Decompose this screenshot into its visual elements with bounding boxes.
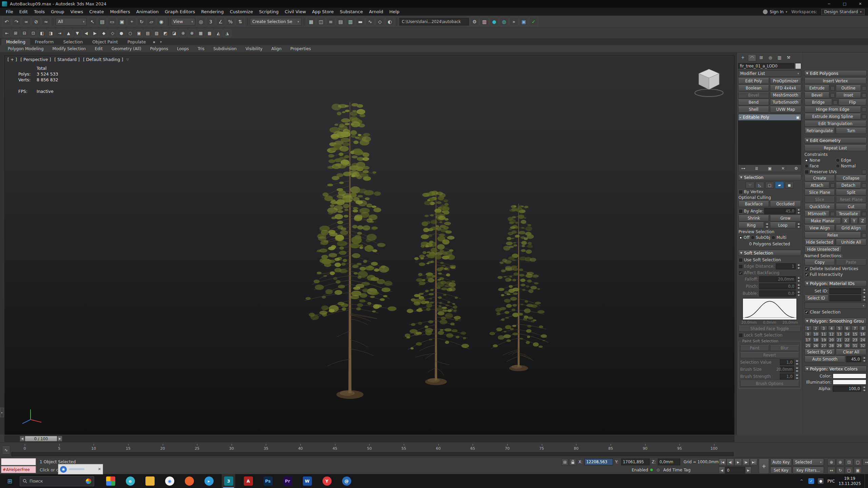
bend-button[interactable]: Bend <box>738 99 769 105</box>
previous-frame-arrow[interactable]: ◀ <box>20 436 25 442</box>
unhide-all-button[interactable]: Unhide All <box>836 239 866 245</box>
smoothing-group-button[interactable]: 4 <box>828 326 835 331</box>
taskbar-search[interactable]: Поиск <box>20 476 94 486</box>
toolbar-icon[interactable]: ◀ <box>82 29 90 37</box>
timeline-tick[interactable]: 25 <box>190 444 204 451</box>
toolbar-icon[interactable]: ⊡ <box>29 29 37 37</box>
zoom-extents-icon[interactable]: ⊡ <box>845 459 853 466</box>
planar-z-button[interactable]: Z <box>859 218 866 224</box>
spinner[interactable]: ▲▼ <box>795 359 799 365</box>
align-icon[interactable]: ≡ <box>326 17 335 26</box>
menu-item[interactable]: Arnold <box>366 8 386 16</box>
display-in-viewport-icon[interactable]: ▣ <box>796 116 799 119</box>
timeline-tick[interactable]: 0 <box>18 444 32 451</box>
taskbar-word[interactable]: W <box>300 474 314 488</box>
smoothing-group-button[interactable]: 30 <box>844 343 851 348</box>
grow-button[interactable]: Grow <box>770 215 801 221</box>
tray-app-icon[interactable]: ● <box>818 478 824 484</box>
toolbar-icon[interactable]: ▶ <box>91 29 99 37</box>
tessellate-button[interactable]: Tessellate <box>836 211 861 217</box>
timeline-tick[interactable]: 10 <box>87 444 100 451</box>
track-bar-lane[interactable] <box>11 452 734 456</box>
timeline-tick[interactable]: 70 <box>500 444 514 451</box>
display-tab-icon[interactable]: ▥ <box>775 54 784 61</box>
menu-item[interactable]: File <box>3 8 16 16</box>
add-time-tag[interactable]: Add Time Tag <box>663 467 691 473</box>
smoothing-group-button[interactable]: 13 <box>836 331 843 337</box>
smoothing-group-button[interactable]: 14 <box>844 331 851 337</box>
retriangulate-button[interactable]: Retriangulate <box>805 128 835 134</box>
preview-subobj-radio[interactable] <box>751 236 755 240</box>
selection-filter-dropdown[interactable]: All▾ <box>56 18 87 25</box>
bubble-field[interactable]: 0,0 <box>759 290 796 297</box>
timeline-tick[interactable]: 75 <box>535 444 549 451</box>
smoothing-group-button[interactable]: 7 <box>851 326 859 331</box>
reference-coordinate-dropdown[interactable]: View▾ <box>171 18 195 25</box>
insert-vertex-button[interactable]: Insert Vertex <box>805 78 867 84</box>
tray-security-icon[interactable]: ✓ <box>808 478 814 484</box>
smoothing-group-button[interactable]: 18 <box>812 337 820 342</box>
taskbar-premiere[interactable]: Pr <box>281 474 294 488</box>
language-indicator[interactable]: РУС <box>827 479 835 484</box>
msmooth-settings-box[interactable] <box>830 212 835 216</box>
zoom-region-icon[interactable]: ▢ <box>854 459 862 466</box>
uvw-map-button[interactable]: UVW Map <box>770 106 801 113</box>
repeat-last-button[interactable]: Repeat Last <box>805 145 867 151</box>
smoothing-group-button[interactable]: 15 <box>851 331 859 337</box>
auto-smooth-field[interactable]: 45,0 <box>846 356 861 362</box>
set-keys-button[interactable]: + <box>759 459 769 474</box>
modifier-list-dropdown[interactable]: Modifier List▾ <box>738 70 801 77</box>
hinge-settings-box[interactable] <box>862 107 866 112</box>
zoom-all-icon[interactable]: ⊛ <box>836 459 844 466</box>
set-id-field[interactable] <box>829 288 862 294</box>
taskbar-acrobat[interactable]: A <box>241 474 255 488</box>
taskbar-photoshop[interactable]: Ps <box>261 474 275 488</box>
smoothing-group-button[interactable]: 11 <box>820 331 827 337</box>
use-soft-selection-checkbox[interactable] <box>738 258 743 262</box>
ribbon-panel-item[interactable]: Polygons <box>146 46 173 51</box>
notification-popup[interactable]: ◉ ✕ <box>58 464 103 474</box>
timeline-tick[interactable]: 100 <box>707 444 721 451</box>
clear-selection-checkbox[interactable] <box>805 310 809 314</box>
taskbar-edge[interactable]: e <box>123 474 137 488</box>
tessellate-settings-box[interactable] <box>862 212 866 216</box>
constraint-edge-radio[interactable] <box>836 158 840 162</box>
key-filters-button[interactable]: Key Filters... <box>793 467 824 474</box>
smoothing-group-button[interactable]: 8 <box>859 326 866 331</box>
select-and-scale-icon[interactable]: ▱ <box>147 17 156 26</box>
toolbar-icon[interactable]: ⊕ <box>179 29 187 37</box>
mirror-icon[interactable]: ◫ <box>316 17 326 26</box>
outline-button[interactable]: Outline <box>836 85 861 91</box>
zoom-region-view-icon[interactable]: ▢ <box>845 467 853 474</box>
toolbar-icon[interactable]: ▦ <box>197 29 205 37</box>
backface-button[interactable]: Backface <box>738 201 769 207</box>
redo-icon[interactable]: ↷ <box>12 17 21 26</box>
preserve-uvs-checkbox[interactable] <box>805 170 809 174</box>
toolbar-icon[interactable]: ▣ <box>135 29 143 37</box>
undo-icon[interactable]: ↶ <box>2 17 11 26</box>
smoothing-group-button[interactable]: 32 <box>859 343 866 348</box>
bevel-settings-box[interactable] <box>830 93 835 98</box>
element-subobject-icon[interactable]: ◼ <box>785 182 794 188</box>
scene-converter-icon[interactable]: ▣ <box>519 17 528 26</box>
z-coordinate-field[interactable]: 0,0mm <box>658 459 680 465</box>
make-planar-button[interactable]: Make Planar <box>805 218 841 224</box>
split-button[interactable]: Split <box>836 189 866 196</box>
smoothing-group-button[interactable]: 24 <box>859 337 866 342</box>
taskbar-chrome[interactable]: ◉ <box>163 474 176 488</box>
rollout-selection-header[interactable]: ▼Selection <box>738 174 801 180</box>
selection-value-field[interactable]: 1,0 <box>780 359 794 365</box>
alpha-field[interactable]: 100,0 <box>833 386 862 392</box>
timeline-tick[interactable]: 20 <box>156 444 170 451</box>
flip-button[interactable]: Flip <box>839 99 866 105</box>
percent-snap-icon[interactable]: % <box>226 17 235 26</box>
render-iterative-icon[interactable]: ◍ <box>499 17 509 26</box>
viewport-menu-pov[interactable]: [ Perspective ] <box>20 57 51 62</box>
falloff-field[interactable]: 20,0mm <box>759 276 796 282</box>
spinner[interactable]: ▲▼ <box>765 222 769 228</box>
render-setup-icon[interactable]: ⚙ <box>470 17 479 26</box>
smoothing-group-button[interactable]: 16 <box>859 331 866 337</box>
object-name-field[interactable]: fir_tree_01_a_LOD0 <box>738 63 794 69</box>
constraint-none-radio[interactable] <box>805 158 809 162</box>
smoothing-group-button[interactable]: 23 <box>851 337 859 342</box>
